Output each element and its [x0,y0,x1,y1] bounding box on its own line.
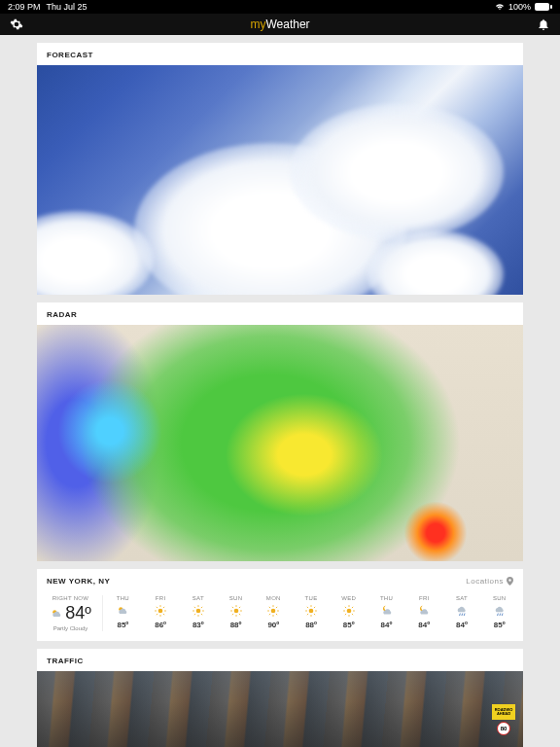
svg-line-9 [157,607,158,608]
weather-icon [455,604,469,618]
svg-line-60 [464,614,465,616]
weather-icon [116,604,129,618]
svg-line-55 [352,614,353,615]
roadwork-sign: ROADWO AHEAD [492,704,515,720]
svg-point-22 [233,609,238,614]
svg-line-59 [462,614,463,616]
now-condition: Partly Cloudy [43,625,98,631]
now-label: RIGHT NOW [43,595,98,601]
weather-icon [304,604,318,618]
svg-line-38 [269,614,270,615]
location-card: NEW YORK, NY Locations RIGHT NOW 84º Par… [37,569,523,641]
svg-line-19 [201,614,202,615]
day-col[interactable]: THU85º [105,595,141,631]
svg-line-61 [497,614,498,616]
status-bar: 2:09 PM Thu Jul 25 100% [0,0,560,14]
weather-icon [342,604,356,618]
weather-icon [417,604,431,618]
day-col[interactable]: SUN88º [218,595,254,631]
svg-line-18 [194,607,195,608]
svg-line-54 [345,607,346,608]
sky-image [37,65,523,295]
app-title: myWeather [250,18,309,31]
svg-rect-1 [550,5,552,9]
speed-sign: 80 [497,722,510,735]
svg-line-63 [502,614,503,616]
svg-line-29 [231,614,232,615]
wifi-icon [495,3,505,11]
battery-icon [535,3,552,11]
svg-point-13 [195,609,200,614]
svg-line-37 [276,614,277,615]
radar-card[interactable]: RADAR [37,302,523,561]
weather-icon [229,604,243,618]
svg-point-4 [158,609,163,614]
weather-icon [266,604,280,618]
svg-line-62 [500,614,501,616]
svg-line-58 [460,614,461,616]
svg-line-28 [238,614,239,615]
day-col[interactable]: WED85º [331,595,367,631]
now-temp: 84º [65,603,91,623]
day-col[interactable]: THU84º [368,595,404,631]
svg-line-36 [269,607,270,608]
svg-line-10 [163,614,164,615]
now-column: RIGHT NOW 84º Partly Cloudy [43,595,103,631]
day-col[interactable]: TUE88º [294,595,330,631]
day-col[interactable]: SUN85º [481,595,517,631]
settings-button[interactable] [10,18,23,31]
day-col[interactable]: SAT84º [444,595,480,631]
svg-line-27 [231,607,232,608]
day-col[interactable]: SAT83º [180,595,216,631]
svg-line-12 [163,607,164,608]
radar-map[interactable] [37,325,523,561]
notifications-button[interactable] [537,18,550,31]
radar-title: RADAR [37,302,523,325]
location-city: NEW YORK, NY [47,577,110,586]
brand-suffix: Weather [265,18,309,31]
svg-line-30 [238,607,239,608]
svg-line-46 [314,614,315,615]
day-col[interactable]: FRI84º [406,595,442,631]
forecast-row: RIGHT NOW 84º Partly Cloudy THU85º FRI86… [37,591,523,641]
traffic-card[interactable]: TRAFFIC ROADWO AHEAD 80 [37,649,523,747]
status-time: 2:09 PM [8,2,41,12]
nav-bar: myWeather [0,14,560,35]
svg-line-48 [314,607,315,608]
road-signs: ROADWO AHEAD 80 [492,704,515,735]
svg-point-31 [271,609,276,614]
forecast-card[interactable]: FORECAST [37,43,523,295]
status-battery-pct: 100% [508,2,531,12]
traffic-image: ROADWO AHEAD 80 [37,671,523,747]
weather-icon [493,604,507,618]
svg-point-49 [346,609,351,614]
weather-icon [380,604,394,618]
svg-line-39 [276,607,277,608]
svg-line-11 [157,614,158,615]
svg-line-21 [201,607,202,608]
svg-line-56 [345,614,346,615]
svg-line-57 [352,607,353,608]
svg-line-45 [307,607,308,608]
weather-icon [192,604,205,618]
forecast-title: FORECAST [37,43,523,65]
locations-button[interactable]: Locations [466,577,513,586]
svg-rect-0 [535,3,549,11]
day-col[interactable]: FRI86º [143,595,179,631]
day-col[interactable]: MON90º [256,595,292,631]
now-icon [50,607,63,621]
weather-icon [154,604,167,618]
svg-line-20 [194,614,195,615]
svg-point-40 [309,609,314,614]
brand-prefix: my [250,18,265,31]
status-date: Thu Jul 25 [47,2,88,12]
svg-line-47 [307,614,308,615]
locations-label: Locations [466,577,504,586]
traffic-title: TRAFFIC [37,649,523,671]
location-pin-icon [507,577,513,586]
